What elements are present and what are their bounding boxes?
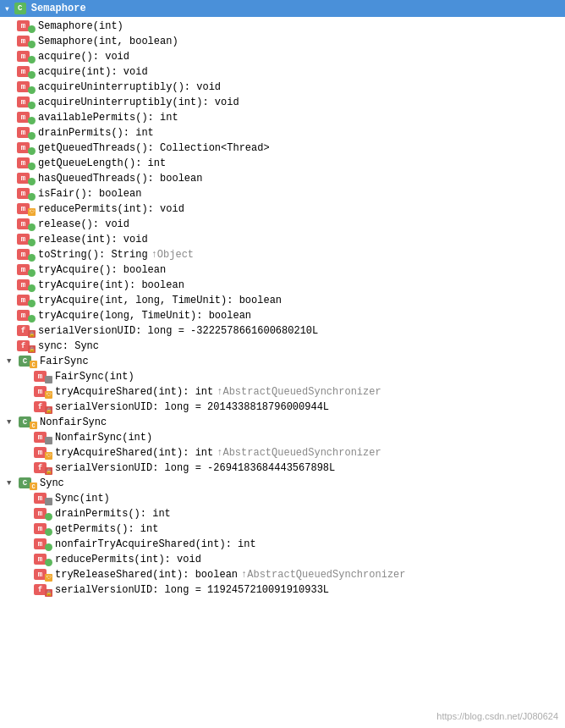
title-text: Semaphore — [31, 3, 86, 14]
method-icon-wrap: m — [17, 35, 36, 48]
tree-item[interactable]: m🛡tryAcquireShared(int): int↑AbstractQue… — [0, 384, 565, 400]
item-label: tryAcquireShared(int): int — [55, 386, 213, 398]
class-item[interactable]: ▼CCFairSync — [0, 354, 565, 369]
method-icon-wrap: m — [17, 309, 36, 323]
class-label: Sync — [40, 477, 64, 489]
tree-item[interactable]: mSync(int) — [0, 491, 565, 506]
method-icon-wrap: m🛡 — [17, 202, 36, 216]
method-icon-wrap: f🔒 — [17, 339, 36, 353]
item-label: acquireUninterruptibly(int): void — [38, 97, 239, 108]
method-icon-wrap: f🔒 — [34, 583, 52, 597]
item-label: acquire(int): void — [38, 66, 148, 78]
method-icon-wrap: m🛡 — [34, 385, 52, 399]
tree-item[interactable]: f🔒serialVersionUID: long = 2014338818796… — [0, 400, 565, 415]
item-label: Semaphore(int, boolean) — [38, 36, 178, 47]
expand-toggle: ▼ — [7, 357, 17, 366]
tree-item[interactable]: macquire(int): void — [0, 64, 565, 80]
method-icon-wrap: m — [17, 294, 36, 307]
inherited-label: ↑AbstractQueuedSynchronizer — [217, 447, 381, 459]
tree-item[interactable]: mgetPermits(): int — [0, 521, 565, 537]
tree-item[interactable]: mdrainPermits(): int — [0, 125, 565, 141]
tree-item[interactable]: mrelease(): void — [0, 217, 565, 232]
tree-item[interactable]: mtryAcquire(int): boolean — [0, 278, 565, 293]
item-label: release(int): void — [38, 234, 148, 245]
tree-item[interactable]: m🛡reducePermits(int): void — [0, 201, 565, 217]
tree-item[interactable]: mgetQueuedThreads(): Collection<Thread> — [0, 141, 565, 156]
expand-toggle: ▼ — [7, 479, 17, 488]
class-label: FairSync — [40, 356, 89, 367]
item-label: Sync(int) — [55, 493, 110, 505]
class-icon: CC — [19, 416, 37, 429]
method-icon-wrap: m — [17, 141, 36, 155]
tree-item[interactable]: macquire(): void — [0, 49, 565, 64]
method-icon-wrap: m — [17, 19, 36, 33]
item-label: sync: Sync — [38, 340, 99, 352]
item-label: serialVersionUID: long = -32225786616006… — [38, 325, 318, 337]
tree-item[interactable]: mSemaphore(int) — [0, 19, 565, 34]
method-icon-wrap: f🔒 — [34, 461, 52, 475]
item-label: getQueueLength(): int — [38, 157, 166, 169]
tree-item[interactable]: m🛡tryAcquireShared(int): int↑AbstractQue… — [0, 445, 565, 461]
method-icon-wrap: m — [17, 111, 36, 124]
tree-item[interactable]: mtryAcquire(long, TimeUnit): boolean — [0, 308, 565, 323]
method-icon-wrap: m — [34, 538, 52, 551]
method-icon-wrap: m — [17, 263, 36, 277]
item-label: tryReleaseShared(int): boolean — [55, 569, 238, 581]
item-label: drainPermits(): int — [55, 508, 171, 520]
tree-item[interactable]: mrelease(int): void — [0, 232, 565, 247]
item-label: reducePermits(int): void — [38, 203, 184, 215]
tree-item[interactable]: m🛡tryReleaseShared(int): boolean↑Abstrac… — [0, 567, 565, 582]
tree-item[interactable]: mtoString(): String↑Object — [0, 247, 565, 262]
class-icon: CC — [19, 355, 37, 368]
tree-item[interactable]: f🔒sync: Sync — [0, 339, 565, 354]
tree-item[interactable]: mFairSync(int) — [0, 369, 565, 384]
tree-item[interactable]: f🔒serialVersionUID: long = -322257866160… — [0, 323, 565, 339]
item-label: serialVersionUID: long = 119245721009191… — [55, 584, 329, 596]
tree-item[interactable]: macquireUninterruptibly(int): void — [0, 95, 565, 110]
class-icon: CC — [19, 477, 37, 490]
tree-item[interactable]: f🔒serialVersionUID: long = -269418368444… — [0, 461, 565, 476]
method-icon-wrap: m — [34, 431, 52, 444]
item-label: NonfairSync(int) — [55, 432, 152, 444]
tree-item[interactable]: mtryAcquire(int, long, TimeUnit): boolea… — [0, 293, 565, 308]
method-icon-wrap: m — [17, 172, 36, 185]
tree-item[interactable]: mavailablePermits(): int — [0, 110, 565, 125]
method-icon-wrap: m — [34, 507, 52, 521]
tree-item[interactable]: misFair(): boolean — [0, 186, 565, 201]
method-icon-wrap: m — [34, 492, 52, 505]
tree-item[interactable]: mNonfairSync(int) — [0, 430, 565, 445]
method-icon-wrap: m — [17, 157, 36, 170]
method-icon-wrap: m — [17, 50, 36, 63]
item-label: availablePermits(): int — [38, 112, 178, 124]
method-icon-wrap: f🔒 — [17, 324, 36, 338]
item-label: tryAcquire(): boolean — [38, 264, 166, 276]
method-icon-wrap: m — [17, 233, 36, 246]
item-label: isFair(): boolean — [38, 188, 141, 200]
tree-item[interactable]: f🔒serialVersionUID: long = 1192457210091… — [0, 582, 565, 598]
tree-item[interactable]: macquireUninterruptibly(): void — [0, 80, 565, 95]
method-icon-wrap: m — [17, 248, 36, 262]
tree-item[interactable]: mtryAcquire(): boolean — [0, 262, 565, 278]
watermark: https://blog.csdn.net/J080624 — [436, 711, 558, 721]
item-label: nonfairTryAcquireShared(int): int — [55, 538, 256, 550]
method-icon-wrap: m — [17, 126, 36, 140]
tree-item[interactable]: mreducePermits(int): void — [0, 552, 565, 567]
method-icon-wrap: m🛡 — [34, 568, 52, 582]
method-icon-wrap: f🔒 — [34, 400, 52, 414]
method-icon-wrap: m — [34, 522, 52, 536]
class-label: NonfairSync — [40, 416, 107, 428]
tree-item[interactable]: mnonfairTryAcquireShared(int): int — [0, 537, 565, 552]
method-icon-wrap: m — [17, 65, 36, 79]
expand-toggle: ▼ — [7, 418, 17, 427]
title-bar: ▼ C Semaphore — [0, 0, 565, 17]
class-item[interactable]: ▼CCSync — [0, 476, 565, 491]
item-label: Semaphore(int) — [38, 20, 123, 32]
class-item[interactable]: ▼CCNonfairSync — [0, 415, 565, 430]
method-icon-wrap: m🛡 — [34, 446, 52, 460]
tree-item[interactable]: mgetQueueLength(): int — [0, 156, 565, 171]
tree-item[interactable]: mSemaphore(int, boolean) — [0, 34, 565, 49]
tree-item[interactable]: mhasQueuedThreads(): boolean — [0, 171, 565, 186]
method-icon-wrap: m — [17, 96, 36, 109]
tree-item[interactable]: mdrainPermits(): int — [0, 506, 565, 521]
item-label: getPermits(): int — [55, 523, 158, 535]
